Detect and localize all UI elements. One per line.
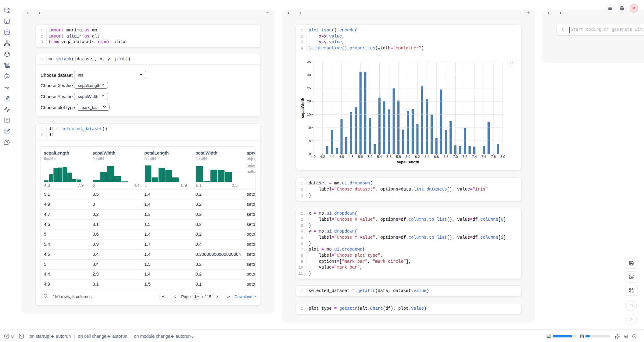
svg-text:5.0: 5.0 <box>358 155 363 159</box>
svg-text:4.8: 4.8 <box>349 155 353 159</box>
svg-text:4.6: 4.6 <box>339 155 344 159</box>
svg-text:35: 35 <box>307 60 311 64</box>
svg-text:5: 5 <box>309 139 311 142</box>
svg-text:8.0: 8.0 <box>500 155 505 159</box>
svg-text:6.8: 6.8 <box>443 155 448 159</box>
svg-text:6.0: 6.0 <box>406 155 410 159</box>
svg-text:25: 25 <box>307 86 311 90</box>
svg-text:sepalLength: sepalLength <box>397 160 419 164</box>
svg-text:5.8: 5.8 <box>396 155 401 159</box>
svg-text:4.0: 4.0 <box>311 155 316 159</box>
svg-text:4.2: 4.2 <box>320 155 325 159</box>
svg-text:15: 15 <box>307 112 311 116</box>
svg-text:6.2: 6.2 <box>415 155 420 159</box>
svg-text:6.4: 6.4 <box>424 155 430 159</box>
svg-text:7.6: 7.6 <box>481 155 486 159</box>
svg-text:7.2: 7.2 <box>463 155 467 159</box>
svg-text:30: 30 <box>307 73 311 77</box>
svg-text:5.6: 5.6 <box>387 155 392 159</box>
svg-text:20: 20 <box>307 99 311 103</box>
svg-text:10: 10 <box>307 126 311 129</box>
svg-text:7.4: 7.4 <box>472 155 477 159</box>
svg-text:sepalWidth: sepalWidth <box>301 98 305 118</box>
svg-text:4.4: 4.4 <box>330 155 335 159</box>
svg-text:5.2: 5.2 <box>367 155 372 159</box>
svg-text:7.8: 7.8 <box>491 155 496 159</box>
svg-text:7.0: 7.0 <box>453 155 458 159</box>
svg-text:5.4: 5.4 <box>377 155 382 159</box>
svg-text:0: 0 <box>309 152 311 155</box>
svg-text:6.6: 6.6 <box>434 155 439 159</box>
